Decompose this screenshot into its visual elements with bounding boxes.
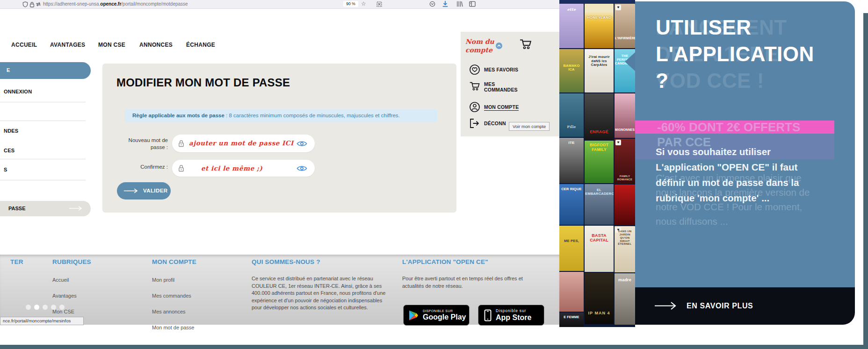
movie-poster[interactable]: E FEMME	[559, 313, 584, 327]
menu-item-commandes[interactable]: MESCOMMANDES	[469, 80, 481, 93]
sidebar-item-commandes[interactable]: NDES	[4, 128, 18, 134]
movie-poster[interactable]: J'irai mourir daNS les CarpAtes	[585, 49, 614, 93]
page-title: MODIFIER MON MOT DE PASSE	[116, 76, 290, 89]
nav-avantages[interactable]: AVANTAGES	[50, 42, 85, 48]
menu-item-mon-compte[interactable]: MON COMPTE	[469, 101, 480, 114]
footer-about-title: QUI SOMMES-NOUS ?	[252, 258, 320, 265]
phone-icon	[484, 309, 492, 321]
sidebar-item-mot-de-passe[interactable]: PASSE	[0, 201, 91, 216]
sidebar-toggle-icon[interactable]	[469, 1, 476, 7]
status-bar-link-preview: nce.fr/portail/moncompte/mesinfos	[0, 317, 84, 325]
nav-mon-cse[interactable]: MON CSE	[98, 42, 125, 48]
voir-mon-compte-tooltip: Voir mon compte	[509, 122, 550, 131]
arrow-right-icon	[123, 188, 140, 194]
movie-poster[interactable]: ♥L'INFIRMIÈRE	[615, 4, 635, 48]
movie-poster[interactable]: IP MAN 4	[585, 273, 614, 324]
promo-panel: LANCEMENTDE LA 1EREVOD CCE ! -60% DONT 2…	[635, 1, 855, 287]
movie-poster[interactable]: ENRAGÉ	[585, 93, 614, 140]
movie-poster[interactable]: BIGFOOT FAMILY	[585, 141, 614, 183]
google-play-icon	[408, 310, 419, 321]
footer-rubriques-title: RUBRIQUES	[52, 258, 91, 265]
browser-toolbar: https://adherent-snep-unsa.opence.fr/por…	[0, 0, 559, 9]
movie-poster[interactable]	[615, 185, 635, 225]
carousel-dot-3[interactable]	[43, 305, 48, 310]
shield-icon[interactable]	[22, 1, 28, 7]
footer-link-mon-profil[interactable]: Mon profil	[152, 277, 195, 283]
movie-poster[interactable]: BAMAKO ICA	[559, 49, 584, 93]
carousel-prev-arrow[interactable]	[625, 52, 635, 71]
cart-icon[interactable]	[519, 38, 533, 50]
download-icon[interactable]	[442, 0, 448, 7]
background-window-edge-bottom	[0, 345, 868, 349]
movie-poster[interactable]: BASTA CAPITAL	[585, 226, 614, 272]
new-password-label: Nouveau mot depasse :	[112, 137, 168, 151]
footer-link-accueil[interactable]: Accueil	[52, 277, 77, 283]
screenshot-extension-icon[interactable]	[376, 1, 383, 7]
movie-poster[interactable]: ME PES,	[559, 226, 584, 271]
carousel-dot-5[interactable]	[59, 305, 65, 310]
nav-echange[interactable]: ÉCHANGE	[186, 42, 215, 48]
confirm-password-label: Confirmez :	[112, 164, 168, 171]
bookmark-star-icon[interactable]: ☆	[361, 1, 366, 7]
eye-icon[interactable]	[297, 165, 307, 172]
footer-link-mes-commandes[interactable]: Mes commandes	[152, 293, 195, 299]
movie-poster[interactable]: EL EMBARCADERO	[585, 184, 614, 225]
heart-circle-icon	[469, 64, 480, 75]
movie-poster[interactable]: CER RIQUE	[559, 184, 584, 225]
footer-link-avantages[interactable]: Avantages	[52, 293, 77, 299]
carousel-dot-2-active[interactable]	[34, 305, 39, 310]
footer-link-mon-cse[interactable]: Mon CSE	[52, 309, 77, 314]
movie-poster[interactable]: ITE	[559, 138, 584, 183]
movie-poster[interactable]: ♥DANS UN JARDIN QU'ON DIRAIT ÉTERNEL	[615, 226, 635, 272]
movie-poster[interactable]: HONEYLAND	[585, 4, 614, 48]
movie-poster[interactable]	[559, 272, 584, 312]
lock-icon[interactable]	[29, 1, 35, 7]
favorite-heart-icon[interactable]: ♥	[615, 5, 621, 10]
confirm-password-input[interactable]: et ici le même ;)	[172, 160, 315, 177]
footer-app-title: L'APPLICATION "OPEN CE"	[402, 258, 488, 265]
movie-poster[interactable]: MIGNONNES	[615, 93, 635, 138]
screen: https://adherent-snep-unsa.opence.fr/por…	[0, 0, 868, 349]
sidebar-item-infos[interactable]: S	[4, 167, 7, 172]
footer-link-mes-annonces[interactable]: Mes annonces	[152, 309, 195, 314]
movie-poster[interactable]: madre	[615, 273, 635, 325]
password-card: MODIFIER MON MOT DE PASSE Règle applicab…	[102, 64, 456, 213]
logout-icon	[469, 118, 480, 128]
valider-button[interactable]: VALIDER	[117, 182, 171, 199]
nav-annonces[interactable]: ANNONCES	[139, 42, 173, 48]
favorite-heart-icon[interactable]: ♥	[615, 140, 621, 145]
carousel-dot-4[interactable]	[51, 305, 56, 310]
footer-link-mon-mot-de-passe[interactable]: Mon mot de passe	[152, 325, 195, 330]
password-rule-banner: Règle applicable aux mots de passe : 8 c…	[125, 109, 437, 122]
google-play-badge[interactable]: DISPONIBLE SURGoogle Play	[403, 305, 470, 326]
collage-top-strip	[559, 0, 635, 4]
address-bar[interactable]: https://adherent-snep-unsa.opence.fr/por…	[41, 0, 369, 7]
page-url: https://adherent-snep-unsa.opence.fr/por…	[43, 1, 188, 7]
permissions-icon[interactable]	[36, 2, 41, 7]
menu-item-favoris[interactable]: MES FAVORIS	[469, 64, 480, 77]
arrow-right-icon	[654, 301, 678, 310]
carousel-dot-1[interactable]	[26, 305, 31, 310]
footer-about-text: Ce service est distribué en partenariat …	[252, 275, 392, 312]
movie-poster[interactable]: ette	[559, 4, 584, 48]
account-name[interactable]: Nom ducompte	[465, 37, 494, 54]
zoom-level[interactable]: 90 %	[343, 1, 358, 7]
new-password-input[interactable]: ajouter un mot de passe ICI	[172, 135, 315, 152]
eye-icon[interactable]	[297, 140, 307, 147]
background-window-edge-right	[863, 13, 868, 349]
nav-accueil[interactable]: ACCUEIL	[11, 42, 37, 48]
chevron-up-icon[interactable]	[496, 43, 502, 49]
menu-item-deconnexion[interactable]: DÉCONN	[469, 118, 480, 130]
promo-title: UTILISERL'APPLICATION?	[656, 14, 814, 94]
cart-icon	[469, 80, 481, 92]
pocket-icon[interactable]	[429, 1, 435, 7]
library-icon[interactable]	[456, 1, 463, 7]
sidebar-item-annonces[interactable]: CES	[4, 148, 14, 153]
en-savoir-plus-bar[interactable]: EN SAVOIR PLUS	[635, 287, 855, 325]
app-store-badge[interactable]: Disponible surApp Store	[478, 305, 544, 326]
movie-poster[interactable]: ♥FAMILY ROMANCE	[615, 139, 635, 184]
sidebar-item-active[interactable]: E	[0, 62, 91, 79]
page-footer: TER RUBRIQUES Accueil Avantages Mon CSE …	[0, 255, 559, 325]
movie-poster[interactable]: Fille	[559, 93, 584, 137]
sidebar-item-connexion[interactable]: ONNEXION	[4, 89, 32, 94]
